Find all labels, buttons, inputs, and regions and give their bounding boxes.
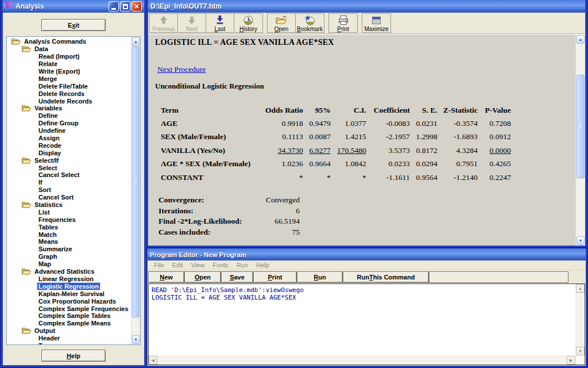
exit-button[interactable]: Exit (41, 19, 106, 31)
tree-item-match[interactable]: Match (7, 231, 131, 238)
tree-item-read-import-[interactable]: Read (Import) (7, 53, 131, 60)
tree-item-means[interactable]: Means (7, 238, 131, 246)
tree-item-linear-regression[interactable]: Linear Regression (7, 275, 131, 283)
open-toolbar-button[interactable]: Open (268, 14, 296, 32)
tree-item-complex-sample-frequencies[interactable]: Complex Sample Frequencies (7, 305, 131, 312)
tree-item-assign[interactable]: Assign (7, 135, 131, 142)
minimize-button[interactable] (109, 1, 119, 12)
scroll-down-icon[interactable]: ▼ (132, 335, 140, 344)
tree-item-cox-proportional-hazards[interactable]: Cox Proportional Hazards (7, 297, 131, 305)
term-cell: CONSTANT (158, 171, 263, 185)
code-editor[interactable]: READ 'D:\Epi_Info\Sample.mdb':viewOswego… (149, 284, 575, 355)
summary-row: Iterations:6 (158, 205, 575, 216)
tree-item-analysis-commands[interactable]: Analysis Commands (7, 38, 131, 45)
tree-item-cancel-sort[interactable]: Cancel Sort (7, 194, 131, 201)
scroll-down-icon[interactable]: ▼ (576, 347, 585, 355)
tree-item-cancel-select[interactable]: Cancel Select (7, 171, 131, 179)
folder-icon (22, 105, 31, 112)
tree-item-data[interactable]: Data (7, 45, 131, 53)
tree-item-frequencies[interactable]: Frequencies (7, 216, 131, 223)
last-icon (215, 15, 225, 26)
next-procedure-link[interactable]: Next Procedure (155, 65, 208, 74)
tree-item-advanced-statistics[interactable]: Advanced Statistics (7, 268, 131, 275)
tree-item-summarize[interactable]: Summarize (7, 246, 131, 253)
menu-edit[interactable]: Edit (168, 262, 187, 269)
scroll-up-icon[interactable]: ▲ (132, 37, 140, 46)
section-title: Unconditional Logistic Regression (155, 82, 575, 91)
tree-item-kaplan-meier-survival[interactable]: Kaplan-Meier Survival (7, 290, 131, 297)
menu-run[interactable]: Run (233, 262, 252, 269)
summary-label: Final -2*Log-Likelihood: (158, 217, 255, 226)
bookmark-toolbar-button[interactable]: Bookmark (296, 14, 324, 32)
menu-file[interactable]: File (150, 262, 168, 269)
save-button[interactable]: Save (221, 271, 253, 283)
tree-item-delete-file-table[interactable]: Delete File/Table (7, 82, 131, 90)
editor-vscrollbar[interactable]: ▲ ▼ (575, 284, 585, 355)
tree-item-merge[interactable]: Merge (7, 75, 131, 82)
summary-value: 66.5194 (255, 217, 300, 226)
output-titlebar[interactable]: D:\Epi_Info\OUT7.htm (148, 0, 585, 13)
summary-row: Final -2*Log-Likelihood:66.5194 (158, 216, 575, 227)
tree-item-delete-records[interactable]: Delete Records (7, 90, 131, 97)
tree-item-list[interactable]: List (7, 208, 131, 216)
tree-item-select-if[interactable]: Select/If (7, 156, 131, 164)
tree-scrollbar[interactable]: ▲ ▼ (131, 37, 140, 344)
tree-item-output[interactable]: Output (7, 327, 131, 335)
help-button[interactable]: Help (41, 350, 106, 362)
tree-item-logistic-regression[interactable]: Logistic Regression (7, 282, 131, 290)
run-button[interactable]: Run (297, 271, 343, 283)
scroll-down-icon[interactable]: ▼ (577, 236, 585, 245)
scroll-right-icon[interactable]: ▶ (567, 356, 575, 365)
tree-item-recode[interactable]: Recode (7, 141, 131, 149)
tree-item-undelete-records[interactable]: Undelete Records (7, 97, 131, 105)
last-toolbar-button[interactable]: Last (206, 14, 234, 32)
tree-item-complex-sample-means[interactable]: Complex Sample Means (7, 320, 131, 327)
tree-item-tables[interactable]: Tables (7, 223, 131, 231)
tree-item-select[interactable]: Select (7, 164, 131, 171)
scroll-up-icon[interactable]: ▲ (576, 284, 585, 293)
tree-scrollbar-thumb[interactable] (132, 47, 140, 317)
output-scrollbar[interactable]: ▲ ▼ (575, 34, 585, 246)
tree-item-graph[interactable]: Graph (7, 253, 131, 260)
term-cell: AGE (158, 117, 263, 131)
tree-item-sort[interactable]: Sort (7, 186, 131, 194)
print-button[interactable]: Print (253, 271, 297, 283)
tree-item-complex-sample-tables[interactable]: Complex Sample Tables (7, 312, 131, 320)
tree-item-map[interactable]: Map (7, 260, 131, 268)
close-button[interactable]: ✕ (131, 1, 142, 12)
tree-item-relate[interactable]: Relate (7, 60, 131, 68)
tree-item-variables[interactable]: Variables (7, 105, 131, 112)
tree-item-statistics[interactable]: Statistics (7, 201, 131, 209)
toolbar-button-label: Open (274, 26, 288, 32)
table-row: SEX (Male/Female)0.11130.00871.4215-2.19… (158, 131, 513, 144)
tree-item-display[interactable]: Display (7, 149, 131, 156)
tree-item-label: Write (Export) (37, 68, 82, 75)
previous-toolbar-button: Previous (150, 14, 178, 32)
analysis-titlebar[interactable]: Analysis ✕ (3, 0, 144, 13)
menu-fonts[interactable]: Fonts (208, 262, 233, 269)
maximize-toolbar-button[interactable]: Maximize (362, 14, 390, 32)
tree-item-undefine[interactable]: Undefine (7, 127, 131, 135)
run-this-command-button[interactable]: Run This Command (343, 271, 429, 283)
editor-titlebar[interactable]: Program Editor - New Program (148, 248, 586, 260)
tree-item-define-group[interactable]: Define Group (7, 120, 131, 127)
value-cell: 170.5480 (333, 144, 369, 158)
tree-item-define[interactable]: Define (7, 112, 131, 120)
open-button[interactable]: Open (184, 271, 221, 283)
output-scrollbar-thumb[interactable] (577, 75, 585, 178)
menu-view[interactable]: View (187, 262, 209, 269)
scroll-up-icon[interactable]: ▲ (577, 35, 585, 44)
print-toolbar-button[interactable]: Print (329, 14, 357, 32)
tree-item-type[interactable]: Type (7, 342, 131, 344)
column-header: P-Value (480, 103, 513, 117)
history-toolbar-button[interactable]: History (234, 14, 262, 32)
scroll-left-icon[interactable]: ◀ (149, 356, 157, 365)
tree-item-if[interactable]: If (7, 179, 131, 186)
maximize-button[interactable] (120, 1, 130, 12)
tree-item-write-export-[interactable]: Write (Export) (7, 68, 131, 75)
editor-hscrollbar[interactable]: ◀ ▶ (149, 355, 575, 365)
value-cell: 0.9479 (305, 117, 333, 131)
new-button[interactable]: New (148, 271, 184, 283)
menu-help[interactable]: Help (252, 262, 273, 269)
tree-item-header[interactable]: Header (7, 335, 131, 342)
